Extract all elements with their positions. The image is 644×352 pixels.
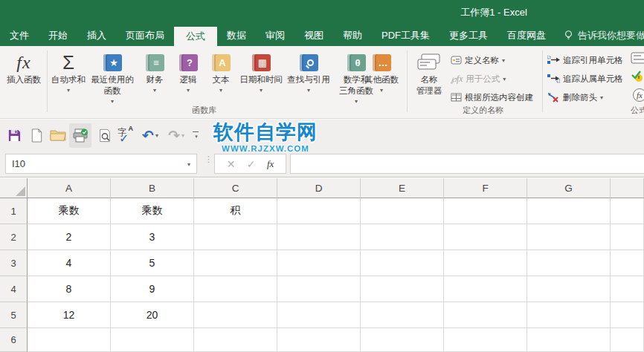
cell-G2[interactable]	[527, 224, 611, 250]
cell-C1[interactable]: 积	[194, 198, 277, 224]
print-preview-button[interactable]	[94, 123, 115, 148]
column-header-E[interactable]: E	[361, 178, 444, 198]
column-header-D[interactable]: D	[277, 178, 361, 198]
cell-E5[interactable]	[361, 302, 444, 328]
cell-C4[interactable]	[194, 276, 277, 302]
more-functions-button[interactable]: … 其他函数 ▾	[360, 48, 403, 115]
name-manager-button[interactable]: 名称 管理器	[410, 48, 448, 115]
cell-A3[interactable]: 4	[28, 250, 111, 276]
cell-C3[interactable]	[194, 250, 277, 276]
formula-input[interactable]	[290, 154, 644, 174]
cell-F6[interactable]	[444, 328, 527, 352]
tab-review[interactable]: 审阅	[256, 25, 294, 46]
cell-G5[interactable]	[527, 302, 611, 328]
insert-function-fx-icon[interactable]: fx	[267, 158, 274, 170]
cell-G6[interactable]	[527, 328, 611, 352]
cell-A5[interactable]: 12	[28, 302, 111, 328]
cell-D2[interactable]	[277, 224, 361, 250]
row-header-1[interactable]: 1	[0, 198, 28, 224]
save-button[interactable]	[4, 123, 24, 148]
trace-precedents-button[interactable]: 追踪引用单元格	[547, 52, 623, 68]
define-name-button[interactable]: 定义名称 ▾	[451, 52, 505, 68]
cell-E2[interactable]	[361, 224, 444, 250]
column-header-partial[interactable]	[611, 178, 644, 198]
column-header-G[interactable]: G	[527, 178, 611, 198]
cell-F2[interactable]	[444, 224, 527, 250]
row-header-6[interactable]: 6	[0, 328, 28, 352]
lookup-reference-button[interactable]: 查找与引用 ▾	[286, 48, 332, 115]
cell-A2[interactable]: 2	[28, 224, 111, 250]
row-header-4[interactable]: 4	[0, 276, 28, 302]
cell-H2-partial[interactable]	[611, 224, 644, 250]
cell-D4[interactable]	[277, 276, 361, 302]
cell-E1[interactable]	[361, 198, 444, 224]
cell-D3[interactable]	[277, 250, 361, 276]
cell-D5[interactable]	[277, 302, 361, 328]
tab-help[interactable]: 帮助	[333, 25, 372, 46]
error-checking-icon[interactable]	[630, 70, 644, 83]
cell-A6[interactable]	[28, 328, 111, 352]
cell-H1-partial[interactable]	[611, 198, 644, 224]
evaluate-formula-icon[interactable]: fx	[631, 88, 644, 101]
cell-B6[interactable]	[111, 328, 194, 352]
name-box-dropdown-icon[interactable]: ▾	[187, 161, 190, 168]
tab-pdf-tools[interactable]: PDF工具集	[372, 25, 439, 46]
cell-B3[interactable]: 5	[111, 250, 194, 276]
cell-F4[interactable]	[444, 276, 527, 302]
tab-file[interactable]: 文件	[0, 25, 39, 46]
cell-C5[interactable]	[194, 302, 277, 328]
cell-F5[interactable]	[444, 302, 527, 328]
remove-arrows-button[interactable]: 删除箭头 ▾	[547, 89, 603, 105]
cell-E3[interactable]	[361, 250, 444, 276]
date-time-button[interactable]: ▦ 日期和时间 ▾	[238, 48, 284, 115]
undo-button[interactable]: ↶▾	[138, 123, 162, 148]
tab-insert[interactable]: 插入	[77, 25, 116, 46]
tab-more-tools[interactable]: 更多工具	[439, 25, 498, 46]
create-from-selection-button[interactable]: 根据所选内容创建	[451, 89, 533, 105]
column-header-A[interactable]: A	[28, 178, 111, 198]
redo-button[interactable]: ↷▾	[164, 123, 188, 148]
quick-print-button[interactable]	[69, 123, 91, 148]
tab-view[interactable]: 视图	[294, 25, 333, 46]
cell-C2[interactable]	[194, 224, 277, 250]
show-formulas-icon[interactable]	[630, 52, 644, 65]
cancel-icon[interactable]: ✕	[227, 158, 236, 170]
financial-button[interactable]: ≡ 财务 ▾	[138, 48, 171, 115]
new-document-button[interactable]	[27, 123, 46, 148]
cell-E4[interactable]	[361, 276, 444, 302]
cell-B2[interactable]: 3	[111, 224, 194, 250]
cell-G1[interactable]	[527, 198, 611, 224]
tab-formulas[interactable]: 公式	[174, 27, 217, 46]
cell-F3[interactable]	[444, 250, 527, 276]
cell-D6[interactable]	[277, 328, 361, 352]
enter-icon[interactable]: ✓	[247, 158, 256, 170]
cell-F1[interactable]	[444, 198, 527, 224]
cell-B5[interactable]: 20	[111, 302, 194, 328]
tab-baidu-netdisk[interactable]: 百度网盘	[498, 25, 556, 46]
recent-functions-button[interactable]: ★ 最近使用的 函数 ▾	[88, 48, 137, 115]
select-all-corner[interactable]	[0, 178, 28, 198]
cell-A1[interactable]: 乘数	[28, 198, 111, 224]
cell-B4[interactable]: 9	[111, 276, 194, 302]
cell-H6-partial[interactable]	[611, 328, 644, 352]
row-header-2[interactable]: 2	[0, 224, 28, 250]
column-header-B[interactable]: B	[111, 178, 194, 198]
cell-D1[interactable]	[277, 198, 361, 224]
formula-bar-handle[interactable]: ⋮	[205, 157, 213, 161]
use-in-formula-button[interactable]: ℘fx 用于公式 ▾	[451, 71, 506, 87]
cell-H3-partial[interactable]	[611, 250, 644, 276]
cell-H5-partial[interactable]	[611, 302, 644, 328]
cell-G4[interactable]	[527, 276, 611, 302]
tab-page-layout[interactable]: 页面布局	[116, 25, 174, 46]
autosum-button[interactable]: Σ 自动求和 ▾	[50, 48, 87, 115]
column-header-C[interactable]: C	[194, 178, 277, 198]
row-header-5[interactable]: 5	[0, 302, 28, 328]
cell-B1[interactable]: 乘数	[111, 198, 194, 224]
tab-data[interactable]: 数据	[217, 25, 256, 46]
column-header-F[interactable]: F	[444, 178, 527, 198]
open-button[interactable]	[48, 123, 68, 148]
cell-H4-partial[interactable]	[611, 276, 644, 302]
customize-qat-button[interactable]: ▾	[189, 123, 202, 148]
tell-me-box[interactable]: 告诉我你想要做什么	[556, 25, 644, 46]
spelling-button[interactable]: 字A✓	[115, 123, 136, 148]
